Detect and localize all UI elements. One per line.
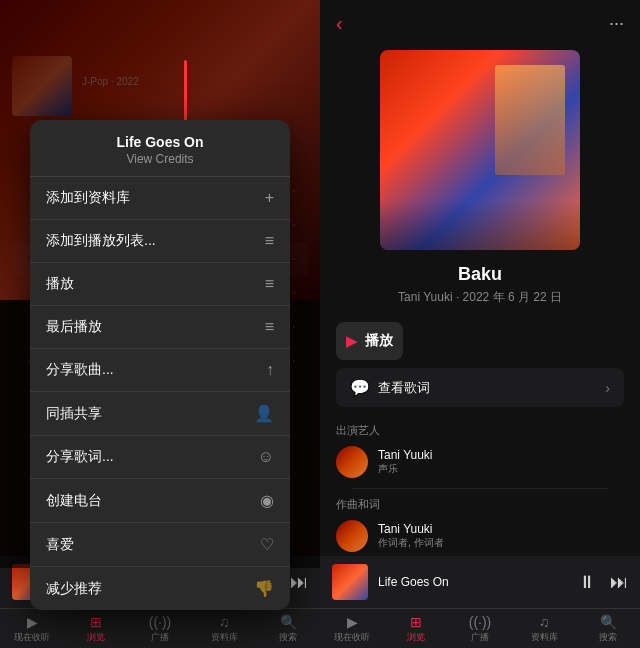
credit-avatar-2 [336, 520, 368, 552]
left-panel: J-Pop · 2022 ▶ 播放 1 Ikiruijintachiyo ···… [0, 0, 320, 648]
menu-item-collab-share[interactable]: 同插共享 👤 [30, 392, 290, 436]
menu-label: 分享歌曲... [46, 361, 114, 379]
library-icon: ♫ [219, 614, 230, 630]
menu-item-play-last[interactable]: 最后播放 ≡ [30, 306, 290, 349]
nav-item-radio-right[interactable]: ((·)) 广播 [448, 614, 512, 644]
credits-section-title: 出演艺人 [336, 423, 624, 438]
menu-label: 添加到资料库 [46, 189, 130, 207]
right-album-name: Baku [340, 264, 620, 285]
context-menu-subtitle: View Credits [46, 152, 274, 166]
menu-item-play[interactable]: 播放 ≡ [30, 263, 290, 306]
nav-item-radio[interactable]: ((·)) 广播 [128, 614, 192, 644]
play-label-right: 播放 [365, 332, 393, 350]
emoji-icon: ☺ [258, 448, 274, 466]
now-playing-icon: ▶ [27, 614, 38, 630]
context-menu-title: Life Goes On [46, 134, 274, 150]
heart-icon: ♡ [260, 535, 274, 554]
credit-name: Tani Yuuki [378, 448, 624, 462]
nav-label: 资料库 [211, 631, 238, 644]
right-panel: ‹ ··· Baku Tani Yuuki · 2022 年 6 月 22 日 … [320, 0, 640, 648]
menu-label: 同插共享 [46, 405, 102, 423]
menu-item-less-recommend[interactable]: 减少推荐 👎 [30, 567, 290, 610]
divider [352, 488, 608, 489]
nav-label: 搜索 [279, 631, 297, 644]
menu-icon: ≡ [265, 318, 274, 336]
pause-button-right[interactable]: ⏸ [578, 572, 596, 593]
lyrics-button[interactable]: 💬 查看歌词 › [336, 368, 624, 407]
now-playing-icon-right: ▶ [347, 614, 358, 630]
radio-icon: ◉ [260, 491, 274, 510]
menu-label: 添加到播放列表... [46, 232, 156, 250]
menu-label: 最后播放 [46, 318, 102, 336]
nav-label-right: 广播 [471, 631, 489, 644]
menu-item-add-library[interactable]: 添加到资料库 + [30, 177, 290, 220]
credit-avatar [336, 446, 368, 478]
bottom-player-right: Life Goes On ⏸ ⏭ [320, 556, 640, 608]
nav-item-nowplaying[interactable]: ▶ 现在收听 [0, 614, 64, 644]
search-icon: 🔍 [280, 614, 297, 630]
nav-item-search[interactable]: 🔍 搜索 [256, 614, 320, 644]
player-controls-right: ⏸ ⏭ [578, 572, 628, 593]
nav-item-library-right[interactable]: ♫ 资料库 [512, 614, 576, 644]
radio-icon-right: ((·)) [469, 614, 492, 630]
menu-item-create-radio[interactable]: 创建电台 ◉ [30, 479, 290, 523]
more-button-right[interactable]: ··· [609, 13, 624, 34]
nav-label: 现在收听 [14, 631, 50, 644]
bottom-nav-left: ▶ 现在收听 ⊞ 浏览 ((·)) 广播 ♫ 资料库 🔍 搜索 [0, 608, 320, 648]
plus-icon: + [265, 189, 274, 207]
back-button[interactable]: ‹ [336, 12, 343, 35]
nav-item-nowplaying-right[interactable]: ▶ 现在收听 [320, 614, 384, 644]
menu-label: 喜爱 [46, 536, 74, 554]
credit-item-2[interactable]: Tani Yuuki 作词者, 作词者 [336, 520, 624, 552]
album-info-right: Baku Tani Yuuki · 2022 年 6 月 22 日 [320, 250, 640, 314]
search-icon-right: 🔍 [600, 614, 617, 630]
menu-label: 分享歌词... [46, 448, 114, 466]
menu-label: 创建电台 [46, 492, 102, 510]
library-icon-right: ♫ [539, 614, 550, 630]
radio-icon: ((·)) [149, 614, 172, 630]
menu-item-share-song[interactable]: 分享歌曲... ↑ [30, 349, 290, 392]
chevron-right-icon: › [605, 380, 610, 396]
share-icon: ↑ [266, 361, 274, 379]
nav-item-search-right[interactable]: 🔍 搜索 [576, 614, 640, 644]
nav-item-library[interactable]: ♫ 资料库 [192, 614, 256, 644]
browse-icon-right: ⊞ [410, 614, 422, 630]
right-header: ‹ ··· [320, 0, 640, 47]
bottom-nav-right: ▶ 现在收听 ⊞ 浏览 ((·)) 广播 ♫ 资料库 🔍 搜索 [320, 608, 640, 648]
nav-label-right: 浏览 [407, 631, 425, 644]
list-icon: ≡ [265, 232, 274, 250]
player-song-name-right: Life Goes On [378, 575, 568, 589]
credit-role-2: 作词者, 作词者 [378, 536, 624, 550]
menu-item-love[interactable]: 喜爱 ♡ [30, 523, 290, 567]
credit-info-2: Tani Yuuki 作词者, 作词者 [378, 522, 624, 550]
nav-label-right: 现在收听 [334, 631, 370, 644]
player-album-art-right [332, 564, 368, 600]
album-art-right [380, 50, 580, 250]
credits-section-title-2: 作曲和词 [336, 497, 624, 512]
next-button-right[interactable]: ⏭ [610, 572, 628, 593]
browse-icon: ⊞ [90, 614, 102, 630]
lyrics-label: 查看歌词 [378, 379, 430, 397]
thumbs-down-icon: 👎 [254, 579, 274, 598]
nav-label: 浏览 [87, 631, 105, 644]
nav-label: 广播 [151, 631, 169, 644]
nav-item-browse[interactable]: ⊞ 浏览 [64, 614, 128, 644]
play-button-right[interactable]: ▶ 播放 [336, 322, 403, 360]
menu-label: 播放 [46, 275, 74, 293]
right-album-detail: Tani Yuuki · 2022 年 6 月 22 日 [340, 289, 620, 306]
menu-item-add-playlist[interactable]: 添加到播放列表... ≡ [30, 220, 290, 263]
nav-label-right: 搜索 [599, 631, 617, 644]
lyrics-icon: 💬 [350, 378, 370, 397]
credit-item[interactable]: Tani Yuuki 声乐 [336, 446, 624, 478]
menu-item-share-lyrics[interactable]: 分享歌词... ☺ [30, 436, 290, 479]
credit-role: 声乐 [378, 462, 624, 476]
nav-item-browse-right[interactable]: ⊞ 浏览 [384, 614, 448, 644]
nav-label-right: 资料库 [531, 631, 558, 644]
next-button[interactable]: ⏭ [290, 572, 308, 593]
context-menu-header: Life Goes On View Credits [30, 120, 290, 177]
user-icon: 👤 [254, 404, 274, 423]
lyrics-btn-inner: 💬 查看歌词 [350, 378, 430, 397]
menu-label: 减少推荐 [46, 580, 102, 598]
menu-icon: ≡ [265, 275, 274, 293]
credit-info: Tani Yuuki 声乐 [378, 448, 624, 476]
